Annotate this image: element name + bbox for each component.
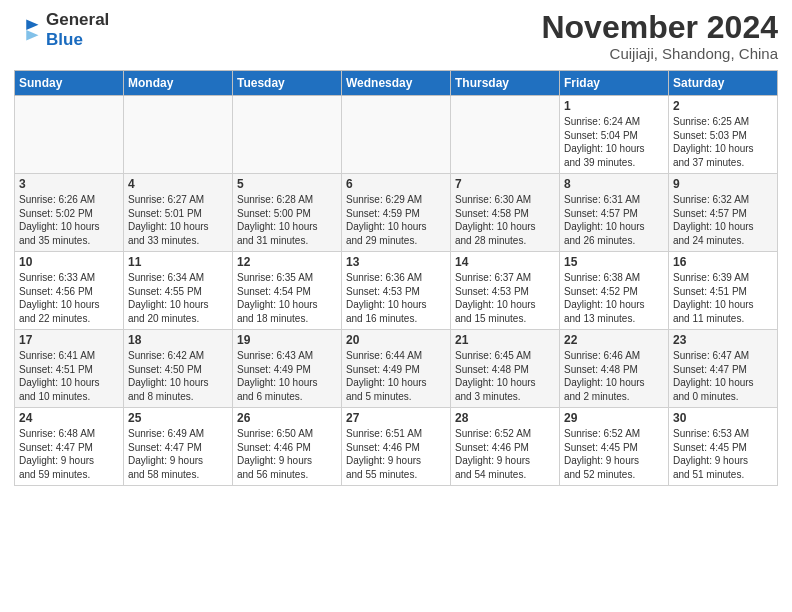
day-info: Sunrise: 6:48 AM Sunset: 4:47 PM Dayligh… bbox=[19, 427, 119, 481]
day-info: Sunrise: 6:47 AM Sunset: 4:47 PM Dayligh… bbox=[673, 349, 773, 403]
day-info: Sunrise: 6:45 AM Sunset: 4:48 PM Dayligh… bbox=[455, 349, 555, 403]
day-info: Sunrise: 6:27 AM Sunset: 5:01 PM Dayligh… bbox=[128, 193, 228, 247]
day-number: 1 bbox=[564, 99, 664, 113]
day-number: 29 bbox=[564, 411, 664, 425]
day-info: Sunrise: 6:41 AM Sunset: 4:51 PM Dayligh… bbox=[19, 349, 119, 403]
day-number: 22 bbox=[564, 333, 664, 347]
day-number: 5 bbox=[237, 177, 337, 191]
header-wednesday: Wednesday bbox=[342, 71, 451, 96]
calendar-cell: 13Sunrise: 6:36 AM Sunset: 4:53 PM Dayli… bbox=[342, 252, 451, 330]
day-number: 4 bbox=[128, 177, 228, 191]
header-sunday: Sunday bbox=[15, 71, 124, 96]
calendar-cell: 29Sunrise: 6:52 AM Sunset: 4:45 PM Dayli… bbox=[560, 408, 669, 486]
day-info: Sunrise: 6:25 AM Sunset: 5:03 PM Dayligh… bbox=[673, 115, 773, 169]
calendar-cell: 8Sunrise: 6:31 AM Sunset: 4:57 PM Daylig… bbox=[560, 174, 669, 252]
day-number: 13 bbox=[346, 255, 446, 269]
calendar-cell: 24Sunrise: 6:48 AM Sunset: 4:47 PM Dayli… bbox=[15, 408, 124, 486]
day-number: 9 bbox=[673, 177, 773, 191]
svg-marker-1 bbox=[26, 30, 38, 41]
calendar-cell: 9Sunrise: 6:32 AM Sunset: 4:57 PM Daylig… bbox=[669, 174, 778, 252]
day-number: 2 bbox=[673, 99, 773, 113]
calendar-cell: 17Sunrise: 6:41 AM Sunset: 4:51 PM Dayli… bbox=[15, 330, 124, 408]
day-number: 6 bbox=[346, 177, 446, 191]
calendar-week-2: 10Sunrise: 6:33 AM Sunset: 4:56 PM Dayli… bbox=[15, 252, 778, 330]
header-saturday: Saturday bbox=[669, 71, 778, 96]
logo-blue: Blue bbox=[46, 30, 109, 50]
day-number: 3 bbox=[19, 177, 119, 191]
day-info: Sunrise: 6:32 AM Sunset: 4:57 PM Dayligh… bbox=[673, 193, 773, 247]
calendar-cell: 28Sunrise: 6:52 AM Sunset: 4:46 PM Dayli… bbox=[451, 408, 560, 486]
calendar-cell: 5Sunrise: 6:28 AM Sunset: 5:00 PM Daylig… bbox=[233, 174, 342, 252]
header-tuesday: Tuesday bbox=[233, 71, 342, 96]
day-info: Sunrise: 6:33 AM Sunset: 4:56 PM Dayligh… bbox=[19, 271, 119, 325]
calendar-cell: 10Sunrise: 6:33 AM Sunset: 4:56 PM Dayli… bbox=[15, 252, 124, 330]
day-number: 26 bbox=[237, 411, 337, 425]
calendar-cell: 20Sunrise: 6:44 AM Sunset: 4:49 PM Dayli… bbox=[342, 330, 451, 408]
calendar-cell: 6Sunrise: 6:29 AM Sunset: 4:59 PM Daylig… bbox=[342, 174, 451, 252]
day-number: 24 bbox=[19, 411, 119, 425]
day-number: 30 bbox=[673, 411, 773, 425]
calendar-cell bbox=[15, 96, 124, 174]
calendar-cell: 22Sunrise: 6:46 AM Sunset: 4:48 PM Dayli… bbox=[560, 330, 669, 408]
day-number: 19 bbox=[237, 333, 337, 347]
calendar-cell: 27Sunrise: 6:51 AM Sunset: 4:46 PM Dayli… bbox=[342, 408, 451, 486]
logo-icon bbox=[14, 16, 42, 44]
day-number: 8 bbox=[564, 177, 664, 191]
day-info: Sunrise: 6:35 AM Sunset: 4:54 PM Dayligh… bbox=[237, 271, 337, 325]
header: General Blue November 2024 Cuijiaji, Sha… bbox=[14, 10, 778, 62]
svg-marker-0 bbox=[26, 19, 38, 30]
calendar-cell: 16Sunrise: 6:39 AM Sunset: 4:51 PM Dayli… bbox=[669, 252, 778, 330]
calendar-cell: 15Sunrise: 6:38 AM Sunset: 4:52 PM Dayli… bbox=[560, 252, 669, 330]
calendar-cell: 18Sunrise: 6:42 AM Sunset: 4:50 PM Dayli… bbox=[124, 330, 233, 408]
calendar-cell: 7Sunrise: 6:30 AM Sunset: 4:58 PM Daylig… bbox=[451, 174, 560, 252]
day-number: 21 bbox=[455, 333, 555, 347]
logo: General Blue bbox=[14, 10, 109, 49]
day-info: Sunrise: 6:52 AM Sunset: 4:46 PM Dayligh… bbox=[455, 427, 555, 481]
page: General Blue November 2024 Cuijiaji, Sha… bbox=[0, 0, 792, 496]
day-info: Sunrise: 6:43 AM Sunset: 4:49 PM Dayligh… bbox=[237, 349, 337, 403]
day-number: 11 bbox=[128, 255, 228, 269]
calendar-cell: 2Sunrise: 6:25 AM Sunset: 5:03 PM Daylig… bbox=[669, 96, 778, 174]
day-number: 25 bbox=[128, 411, 228, 425]
calendar-week-3: 17Sunrise: 6:41 AM Sunset: 4:51 PM Dayli… bbox=[15, 330, 778, 408]
day-info: Sunrise: 6:38 AM Sunset: 4:52 PM Dayligh… bbox=[564, 271, 664, 325]
day-number: 27 bbox=[346, 411, 446, 425]
calendar-table: Sunday Monday Tuesday Wednesday Thursday… bbox=[14, 70, 778, 486]
calendar-cell: 3Sunrise: 6:26 AM Sunset: 5:02 PM Daylig… bbox=[15, 174, 124, 252]
day-info: Sunrise: 6:46 AM Sunset: 4:48 PM Dayligh… bbox=[564, 349, 664, 403]
calendar-cell: 19Sunrise: 6:43 AM Sunset: 4:49 PM Dayli… bbox=[233, 330, 342, 408]
day-number: 23 bbox=[673, 333, 773, 347]
day-number: 16 bbox=[673, 255, 773, 269]
header-row: Sunday Monday Tuesday Wednesday Thursday… bbox=[15, 71, 778, 96]
day-number: 10 bbox=[19, 255, 119, 269]
logo-general: General bbox=[46, 10, 109, 30]
day-number: 20 bbox=[346, 333, 446, 347]
calendar-cell bbox=[233, 96, 342, 174]
day-number: 18 bbox=[128, 333, 228, 347]
day-info: Sunrise: 6:39 AM Sunset: 4:51 PM Dayligh… bbox=[673, 271, 773, 325]
calendar-cell: 4Sunrise: 6:27 AM Sunset: 5:01 PM Daylig… bbox=[124, 174, 233, 252]
day-info: Sunrise: 6:49 AM Sunset: 4:47 PM Dayligh… bbox=[128, 427, 228, 481]
day-info: Sunrise: 6:37 AM Sunset: 4:53 PM Dayligh… bbox=[455, 271, 555, 325]
calendar-cell: 25Sunrise: 6:49 AM Sunset: 4:47 PM Dayli… bbox=[124, 408, 233, 486]
day-number: 15 bbox=[564, 255, 664, 269]
calendar-cell: 21Sunrise: 6:45 AM Sunset: 4:48 PM Dayli… bbox=[451, 330, 560, 408]
day-info: Sunrise: 6:53 AM Sunset: 4:45 PM Dayligh… bbox=[673, 427, 773, 481]
calendar-body: 1Sunrise: 6:24 AM Sunset: 5:04 PM Daylig… bbox=[15, 96, 778, 486]
day-info: Sunrise: 6:26 AM Sunset: 5:02 PM Dayligh… bbox=[19, 193, 119, 247]
location: Cuijiaji, Shandong, China bbox=[541, 45, 778, 62]
header-monday: Monday bbox=[124, 71, 233, 96]
calendar-cell: 30Sunrise: 6:53 AM Sunset: 4:45 PM Dayli… bbox=[669, 408, 778, 486]
header-friday: Friday bbox=[560, 71, 669, 96]
day-info: Sunrise: 6:42 AM Sunset: 4:50 PM Dayligh… bbox=[128, 349, 228, 403]
header-thursday: Thursday bbox=[451, 71, 560, 96]
calendar-week-0: 1Sunrise: 6:24 AM Sunset: 5:04 PM Daylig… bbox=[15, 96, 778, 174]
day-number: 17 bbox=[19, 333, 119, 347]
day-number: 28 bbox=[455, 411, 555, 425]
month-title: November 2024 bbox=[541, 10, 778, 45]
calendar-cell: 23Sunrise: 6:47 AM Sunset: 4:47 PM Dayli… bbox=[669, 330, 778, 408]
title-block: November 2024 Cuijiaji, Shandong, China bbox=[541, 10, 778, 62]
day-info: Sunrise: 6:44 AM Sunset: 4:49 PM Dayligh… bbox=[346, 349, 446, 403]
day-info: Sunrise: 6:31 AM Sunset: 4:57 PM Dayligh… bbox=[564, 193, 664, 247]
day-info: Sunrise: 6:36 AM Sunset: 4:53 PM Dayligh… bbox=[346, 271, 446, 325]
